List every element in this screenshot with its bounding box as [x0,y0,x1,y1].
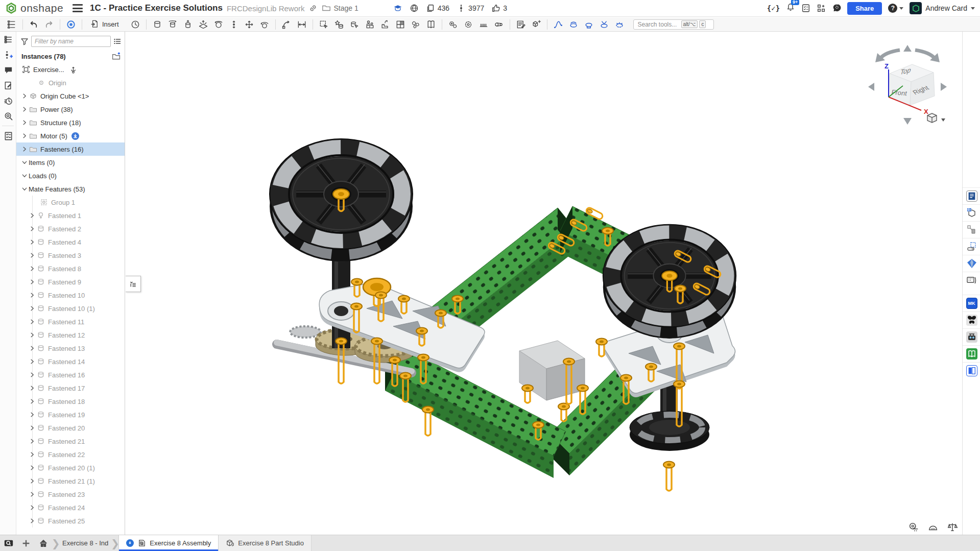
create-drawing-icon[interactable] [514,18,528,31]
rotate-left-arrow[interactable] [868,83,874,91]
tree-item-fastened-23[interactable]: Fastened 23 [17,488,125,501]
bom-table-icon[interactable] [393,18,408,31]
tree-item-fastened-21-1[interactable]: Fastened 21 (1) [17,474,125,488]
tree-item-fastened-20[interactable]: Fastened 20 [17,421,125,435]
likes-stat[interactable]: 3 [491,4,507,13]
tree-item-fastened-13[interactable]: Fastened 13 [17,342,125,355]
mate-icon[interactable] [64,18,78,31]
chevron-icon[interactable] [20,105,29,113]
assembly-3d-scene[interactable] [126,32,962,535]
chevron-icon[interactable] [28,490,36,498]
loft-tool-icon[interactable] [582,18,596,31]
chevron-icon[interactable] [28,371,36,379]
measure-icon[interactable] [295,18,309,31]
part-table-panel-icon[interactable] [963,204,980,221]
public-icon[interactable] [410,4,419,13]
shortcuts-app-icon[interactable] [963,272,980,289]
tree-item-fastened-22[interactable]: Fastened 22 [17,448,125,461]
chevron-icon[interactable] [28,344,36,352]
panel-flyout-handle[interactable] [126,276,141,292]
chevron-icon[interactable] [28,291,36,299]
chevron-icon[interactable] [28,251,36,259]
document-location[interactable]: Stage 1 [322,4,358,13]
publication-icon[interactable] [424,18,438,31]
omni-wheel-rear-right[interactable] [603,225,736,339]
tree-item-mate-features-53[interactable]: Mate Features (53) [16,182,125,196]
tree-item-fastened-12[interactable]: Fastened 12 [17,328,125,342]
chevron-icon[interactable] [20,92,29,100]
green-book-app-icon[interactable] [963,345,980,362]
chevron-icon[interactable] [28,397,36,405]
cylindrical-mate-icon[interactable] [242,18,256,31]
chevron-icon[interactable] [28,437,36,445]
named-positions-icon[interactable] [363,18,377,31]
chevron-icon[interactable] [28,450,36,459]
notes-icon[interactable] [0,78,16,93]
chevron-icon[interactable] [28,384,36,392]
tree-item-fastened-17[interactable]: Fastened 17 [17,381,125,395]
move-part-icon[interactable] [378,18,392,31]
view-menu-button[interactable] [927,113,945,123]
fastened-mate-icon[interactable] [150,18,164,31]
insert-to-part-studio-icon[interactable] [529,18,543,31]
tree-item-items-0[interactable]: Items (0) [16,156,125,169]
spline-tool-icon[interactable] [551,18,565,31]
chevron-icon[interactable] [28,424,36,432]
search-tools-input[interactable] [638,21,680,28]
tree-item-origin-cube-1[interactable]: Origin Cube <1> [16,89,125,103]
insert-button[interactable]: Insert [86,18,123,30]
tree-item-origin[interactable]: Origin [16,76,125,89]
undo-icon[interactable] [27,18,41,31]
mass-properties-icon[interactable] [947,521,958,533]
onshape-logo[interactable]: onshape [5,2,63,14]
rotate-up-arrow[interactable] [903,45,912,52]
sweep-tool-icon[interactable] [597,18,611,31]
tree-item-power-38[interactable]: Power (38) [16,103,125,116]
learning-center-icon[interactable] [393,4,402,13]
chevron-icon[interactable] [28,265,36,273]
view-cube[interactable]: Top Front Right Z X [862,38,953,134]
omni-wheel-bottom-right[interactable] [630,411,709,451]
history-icon[interactable] [0,93,16,108]
rotate-right-arrow[interactable] [941,83,947,91]
tree-item-fastened-16[interactable]: Fastened 16 [17,368,125,381]
chevron-icon[interactable] [28,304,36,313]
chevron-icon[interactable] [28,238,36,246]
tree-item-loads-0[interactable]: Loads (0) [16,169,125,182]
add-tab-button[interactable] [17,535,35,551]
mk-app-icon[interactable]: MK [963,295,980,312]
exploded-view-icon[interactable] [409,18,423,31]
tree-item-fastened-11[interactable]: Fastened 11 [17,315,125,328]
tab-exercise-8-part-studio[interactable]: Exercise 8 Part Studio [219,535,312,551]
tree-item-fastened-10[interactable]: Fastened 10 [17,289,125,302]
help-menu[interactable]: ? [888,4,903,13]
edit-in-context-icon[interactable] [317,18,331,31]
favorites-icon[interactable] [332,18,346,31]
helix-tool-icon[interactable] [612,18,627,31]
link-icon[interactable] [308,4,318,13]
blue-book-app-icon[interactable] [963,362,980,379]
add-folder-icon[interactable] [112,52,121,61]
gear-relation-icon[interactable] [446,18,460,31]
custom-feature-panel-icon[interactable] [963,238,980,255]
robot-app-icon[interactable] [963,328,980,345]
apps-icon[interactable] [817,4,826,13]
rack-pinion-icon[interactable] [476,18,491,31]
omni-wheel-front-left[interactable] [270,139,413,261]
view-cube-body[interactable]: Top Front Right [889,64,935,105]
chevron-icon[interactable] [28,357,36,366]
protractor-icon[interactable] [927,521,939,533]
chevron-icon[interactable] [28,517,36,525]
versions-icon[interactable] [0,47,16,62]
filter-input[interactable] [31,36,111,47]
chevron-icon[interactable] [28,278,36,286]
tree-item-fastened-24[interactable]: Fastened 24 [17,501,125,514]
belt-relation-icon[interactable] [492,18,506,31]
chevron-icon[interactable] [28,318,36,326]
tree-item-fastened-21[interactable]: Fastened 21 [17,435,125,448]
mate-relation-icon[interactable] [461,18,475,31]
breadcrumb[interactable]: Exercise 8 - Ind [59,535,111,551]
tree-item-fastened-18[interactable]: Fastened 18 [17,395,125,408]
tree-item-group-1[interactable]: Group 1 [17,196,125,209]
chevron-icon[interactable] [20,145,29,153]
